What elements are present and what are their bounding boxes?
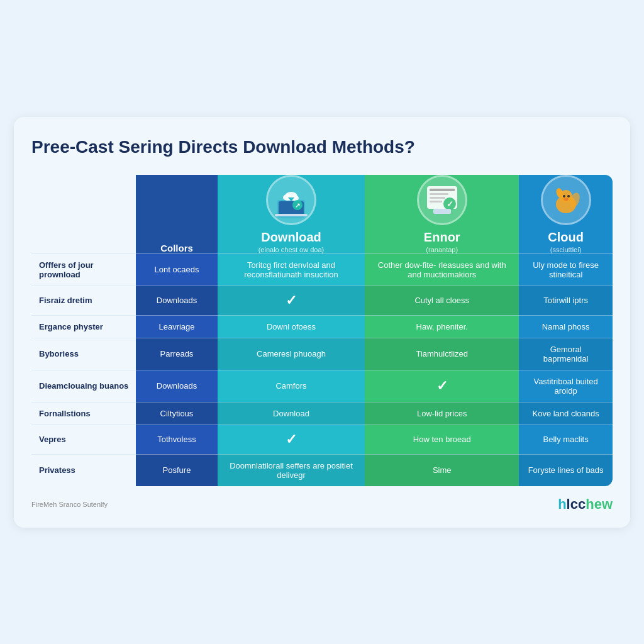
cloud-icon-wrap — [519, 175, 613, 225]
cell-colors: Ciltytious — [136, 402, 217, 425]
table-row: PrivatessPosfureDoomnlatilorall seffers … — [31, 454, 613, 486]
ennor-icon-circle: ✓ — [417, 175, 467, 225]
cell-cloud: Totirwill iptrs — [519, 286, 613, 315]
cell-cloud: Gemoral baprmenidal — [519, 338, 613, 370]
checkmark-icon: ✓ — [436, 378, 448, 394]
svg-point-22 — [564, 197, 569, 201]
cell-feature: Fisraiz dretim — [31, 286, 136, 315]
cell-download: Camfors — [218, 370, 365, 402]
cloud-icon-circle — [541, 175, 591, 225]
checkmark-icon: ✓ — [286, 431, 297, 447]
cell-cloud: Vastitriboal buited aroidp — [519, 370, 613, 402]
svg-rect-12 — [430, 197, 445, 199]
col-colors-header: Collors — [136, 175, 217, 254]
cell-colors: Downloads — [136, 370, 217, 402]
cell-feature: Offfers of jour prownload — [31, 253, 136, 286]
logo-lcc: lcc — [567, 496, 586, 512]
cell-ennor: Haw, pheniter. — [365, 315, 519, 338]
cloud-col-sub: (ssciuttlei) — [519, 246, 613, 253]
table-row: Ergance physterLeavriageDownl ofoessHaw,… — [31, 315, 613, 338]
cloud-col-title: Cloud — [519, 230, 613, 245]
cell-download: Downl ofoess — [218, 315, 365, 338]
table-row: Dieamclouaing buanosDownloadsCamfors✓Vas… — [31, 370, 613, 402]
cell-download: Download — [218, 402, 365, 425]
cell-colors: Lont ocaeds — [136, 253, 217, 286]
main-card: Pree-Cast Sering Directs Download Method… — [14, 117, 630, 528]
footer-source: FireMeh Sranco Sutenlfy — [31, 501, 108, 508]
cell-cloud: Namal phoss — [519, 315, 613, 338]
download-icon-circle: ↗ — [266, 175, 316, 225]
table-row: Offfers of jour prownloadLont ocaedsTori… — [31, 253, 613, 286]
cell-cloud: Kove land cloands — [519, 402, 613, 425]
cell-colors: Downloads — [136, 286, 217, 315]
download-svg-icon: ↗ — [274, 182, 309, 218]
col-download-header: ↗ Download (einalo chest ow doa) — [218, 175, 365, 254]
svg-rect-16 — [433, 209, 451, 214]
cell-colors: Parreads — [136, 338, 217, 370]
cell-ennor: ✓ — [365, 370, 519, 402]
ennor-col-title: Ennor — [365, 230, 519, 245]
svg-rect-11 — [430, 193, 448, 195]
cell-ennor: Tiamhulctlized — [365, 338, 519, 370]
svg-point-21 — [567, 195, 570, 197]
cell-colors: Posfure — [136, 454, 217, 486]
svg-rect-13 — [430, 201, 442, 203]
download-icon-wrap: ↗ — [218, 175, 365, 225]
table-row: Fisraiz dretimDownloads✓Cutyl all cloess… — [31, 286, 613, 315]
table-header-row: Collors — [31, 175, 613, 254]
cell-ennor: Low-lid prices — [365, 402, 519, 425]
table-row: VepresTothvoless✓How ten broeadBelly mac… — [31, 425, 613, 454]
svg-rect-2 — [275, 214, 308, 216]
svg-text:✓: ✓ — [447, 199, 453, 209]
cell-download: ✓ — [218, 286, 365, 315]
cell-colors: Tothvoless — [136, 425, 217, 454]
svg-point-20 — [563, 195, 565, 197]
cell-feature: Privatess — [31, 454, 136, 486]
svg-text:↗: ↗ — [295, 202, 300, 209]
cell-cloud: Belly maclits — [519, 425, 613, 454]
cell-download: Doomnlatilorall seffers are positiet del… — [218, 454, 365, 486]
ennor-col-sub: (ranantap) — [365, 246, 519, 253]
cell-feature: Ergance physter — [31, 315, 136, 338]
download-col-title: Download — [218, 230, 365, 245]
cell-feature: Dieamclouaing buanos — [31, 370, 136, 402]
cell-download: Cameresl phuoagh — [218, 338, 365, 370]
comparison-table: Collors — [31, 175, 613, 486]
cell-download: Toritcg firct denvloal and reconsflatiun… — [218, 253, 365, 286]
cell-ennor: Cother dow-fite- rleasuses and with and … — [365, 253, 519, 286]
col-cloud-header: Cloud (ssciuttlei) — [519, 175, 613, 254]
ennor-svg-icon: ✓ — [425, 182, 460, 218]
table-body: Offfers of jour prownloadLont ocaedsTori… — [31, 253, 613, 486]
logo-hew: hew — [586, 496, 613, 512]
download-col-sub: (einalo chest ow doa) — [218, 246, 365, 253]
logo-h: h — [558, 496, 566, 512]
cell-download: ✓ — [218, 425, 365, 454]
cell-feature: Vepres — [31, 425, 136, 454]
cell-cloud: Uly mode to firese stineitical — [519, 253, 613, 286]
col-ennor-header: ✓ Ennor (ranantap) — [365, 175, 519, 254]
ennor-icon-wrap: ✓ — [365, 175, 519, 225]
col-feature-header — [31, 175, 136, 254]
cell-ennor: How ten broead — [365, 425, 519, 454]
cell-colors: Leavriage — [136, 315, 217, 338]
comparison-table-wrapper: Collors — [31, 175, 613, 486]
cell-cloud: Foryste lines of bads — [519, 454, 613, 486]
table-row: FornallstionsCiltytiousDownloadLow-lid p… — [31, 402, 613, 425]
brand-logo: hlcchew — [558, 496, 613, 513]
cloud-svg-icon — [548, 182, 584, 218]
table-row: ByboriessParreadsCameresl phuoaghTiamhul… — [31, 338, 613, 370]
cell-ennor: Cutyl all cloess — [365, 286, 519, 315]
page-title: Pree-Cast Sering Directs Download Method… — [31, 137, 613, 157]
svg-rect-10 — [430, 189, 455, 191]
cell-feature: Byboriess — [31, 338, 136, 370]
cell-feature: Fornallstions — [31, 402, 136, 425]
cell-ennor: Sime — [365, 454, 519, 486]
footer: FireMeh Sranco Sutenlfy hlcchew — [31, 496, 613, 513]
checkmark-icon: ✓ — [286, 292, 297, 308]
